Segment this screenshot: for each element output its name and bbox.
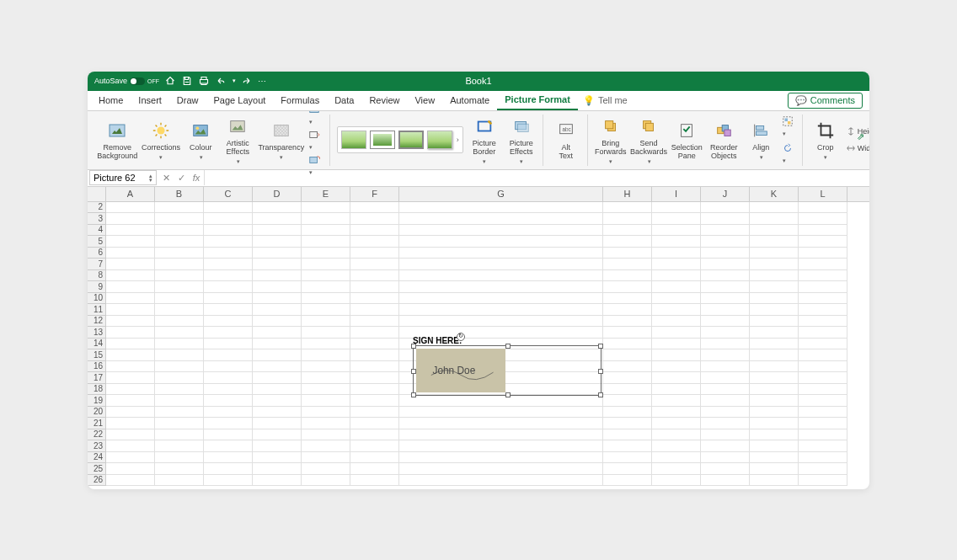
cell-A11[interactable] — [106, 304, 155, 316]
formula-input[interactable] — [204, 170, 869, 185]
cell-L9[interactable] — [799, 281, 847, 293]
cell-I18[interactable] — [652, 384, 701, 396]
cell-K16[interactable] — [750, 361, 799, 373]
cell-J13[interactable] — [701, 327, 750, 339]
cell-C2[interactable] — [204, 202, 253, 214]
cell-E26[interactable] — [302, 475, 350, 487]
row-header-8[interactable]: 8 — [88, 270, 105, 282]
align-button[interactable]: Align▾ — [745, 119, 777, 161]
cell-B23[interactable] — [155, 440, 204, 452]
cell-C14[interactable] — [204, 339, 253, 350]
cell-L12[interactable] — [799, 316, 847, 328]
row-header-10[interactable]: 10 — [88, 293, 105, 305]
cell-I24[interactable] — [652, 452, 701, 464]
cell-H16[interactable] — [603, 361, 652, 373]
cell-G20[interactable] — [399, 407, 603, 419]
cell-D5[interactable] — [253, 236, 302, 248]
cell-I7[interactable] — [652, 259, 701, 270]
alt-text-button[interactable]: abc Alt Text — [550, 119, 582, 161]
accept-formula-icon[interactable]: ✓ — [174, 173, 189, 184]
cell-A25[interactable] — [106, 463, 155, 475]
tab-insert[interactable]: Insert — [131, 90, 169, 110]
cell-D20[interactable] — [253, 407, 302, 419]
cell-B13[interactable] — [155, 327, 204, 339]
cell-I9[interactable] — [652, 281, 701, 293]
tell-me-button[interactable]: 💡 Tell me — [583, 95, 628, 106]
rotate-icon[interactable]: ▾ — [782, 142, 797, 164]
cell-B26[interactable] — [155, 475, 204, 487]
cell-K23[interactable] — [750, 440, 799, 452]
cell-J5[interactable] — [701, 236, 750, 248]
rotate-handle[interactable] — [457, 333, 465, 341]
cell-E12[interactable] — [302, 316, 350, 328]
name-box-stepper[interactable]: ▴▾ — [149, 173, 152, 182]
cell-E13[interactable] — [302, 327, 350, 339]
cell-J19[interactable] — [701, 395, 750, 407]
picture-border-button[interactable]: Picture Border▾ — [468, 115, 500, 164]
cell-H6[interactable] — [603, 248, 652, 259]
cell-F8[interactable] — [350, 270, 399, 282]
col-header-A[interactable]: A — [106, 187, 155, 201]
cell-B20[interactable] — [155, 407, 204, 419]
cell-F2[interactable] — [350, 202, 399, 214]
qat-more-icon[interactable]: ⋯ — [258, 77, 267, 86]
cell-L13[interactable] — [799, 327, 847, 339]
cell-E6[interactable] — [302, 248, 350, 259]
cell-E23[interactable] — [302, 440, 350, 452]
cell-A7[interactable] — [106, 259, 155, 270]
cell-B22[interactable] — [155, 429, 204, 441]
cell-L15[interactable] — [799, 349, 847, 361]
cell-C11[interactable] — [204, 304, 253, 316]
cell-I21[interactable] — [652, 418, 701, 429]
cell-A8[interactable] — [106, 270, 155, 282]
cell-G9[interactable] — [399, 281, 603, 293]
row-header-19[interactable]: 19 — [88, 395, 105, 407]
styles-more-icon[interactable]: › — [457, 136, 459, 144]
cell-K13[interactable] — [750, 327, 799, 339]
transparency-button[interactable]: Transparency▾ — [259, 119, 303, 161]
cell-L26[interactable] — [799, 475, 847, 487]
cell-F21[interactable] — [350, 418, 399, 429]
cell-D14[interactable] — [253, 339, 302, 350]
cell-B14[interactable] — [155, 339, 204, 350]
cell-K22[interactable] — [750, 429, 799, 441]
cell-C12[interactable] — [204, 316, 253, 328]
cell-J11[interactable] — [701, 304, 750, 316]
cell-J23[interactable] — [701, 440, 750, 452]
cell-L17[interactable] — [799, 372, 847, 384]
cell-A13[interactable] — [106, 327, 155, 339]
cell-G7[interactable] — [399, 259, 603, 270]
cell-A20[interactable] — [106, 407, 155, 419]
cell-A21[interactable] — [106, 418, 155, 429]
cell-F5[interactable] — [350, 236, 399, 248]
cell-D18[interactable] — [253, 384, 302, 396]
cell-K10[interactable] — [750, 293, 799, 305]
row-header-2[interactable]: 2 — [88, 202, 105, 214]
tab-page-layout[interactable]: Page Layout — [206, 90, 274, 110]
cell-J18[interactable] — [701, 384, 750, 396]
tab-home[interactable]: Home — [91, 90, 131, 110]
cell-D10[interactable] — [253, 293, 302, 305]
cell-I16[interactable] — [652, 361, 701, 373]
reorder-objects-button[interactable]: Reorder Objects — [708, 119, 740, 161]
cell-L25[interactable] — [799, 463, 847, 475]
cell-I14[interactable] — [652, 339, 701, 350]
cell-B21[interactable] — [155, 418, 204, 429]
row-header-23[interactable]: 23 — [88, 440, 105, 452]
cell-K5[interactable] — [750, 236, 799, 248]
cell-L23[interactable] — [799, 440, 847, 452]
cell-J2[interactable] — [701, 202, 750, 214]
cell-B2[interactable] — [155, 202, 204, 214]
cell-D9[interactable] — [253, 281, 302, 293]
cell-K9[interactable] — [750, 281, 799, 293]
cell-H20[interactable] — [603, 407, 652, 419]
cell-I26[interactable] — [652, 475, 701, 487]
cell-K3[interactable] — [750, 213, 799, 225]
colour-button[interactable]: Colour▾ — [184, 119, 217, 161]
cell-L21[interactable] — [799, 418, 847, 429]
tab-review[interactable]: Review — [361, 90, 407, 110]
change-picture-icon[interactable]: ▾ — [308, 129, 323, 151]
cell-C24[interactable] — [204, 452, 253, 464]
cell-K6[interactable] — [750, 248, 799, 259]
cell-H3[interactable] — [603, 213, 652, 225]
